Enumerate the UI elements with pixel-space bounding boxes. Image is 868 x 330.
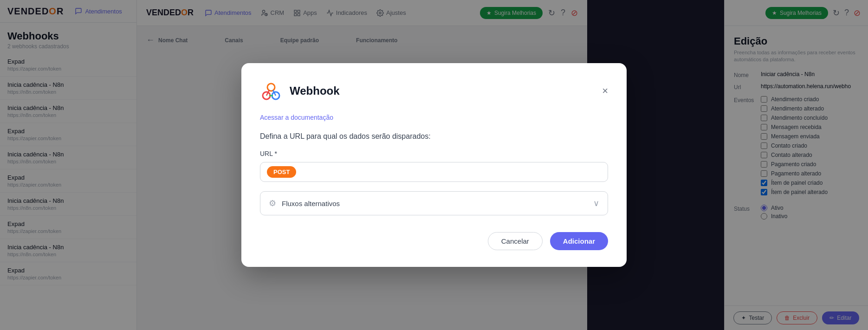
- fluxos-label: Fluxos alternativos: [282, 200, 593, 207]
- url-input[interactable]: [302, 168, 601, 176]
- svg-point-10: [267, 84, 275, 91]
- chevron-down-icon: ∨: [593, 198, 599, 208]
- modal-footer: Cancelar Adicionar: [260, 232, 608, 250]
- fluxos-row[interactable]: ⚙ Fluxos alternativos ∨: [260, 191, 608, 215]
- modal-overlay: Webhook × Acessar a documentação Defina …: [0, 0, 868, 330]
- gear-icon: ⚙: [269, 198, 276, 208]
- modal-close-button[interactable]: ×: [602, 86, 608, 96]
- webhook-logo: [260, 80, 282, 102]
- cancelar-button[interactable]: Cancelar: [488, 232, 543, 250]
- adicionar-button[interactable]: Adicionar: [550, 232, 608, 250]
- url-input-row: POST: [260, 162, 608, 182]
- modal-header: Webhook ×: [260, 80, 608, 102]
- modal-title: Webhook: [290, 84, 595, 97]
- webhook-modal: Webhook × Acessar a documentação Defina …: [241, 63, 627, 267]
- url-label-modal: URL *: [260, 150, 608, 157]
- modal-description: Defina a URL para qual os dados serão di…: [260, 132, 608, 141]
- post-badge: POST: [267, 166, 296, 178]
- doc-link[interactable]: Acessar a documentação: [260, 114, 333, 121]
